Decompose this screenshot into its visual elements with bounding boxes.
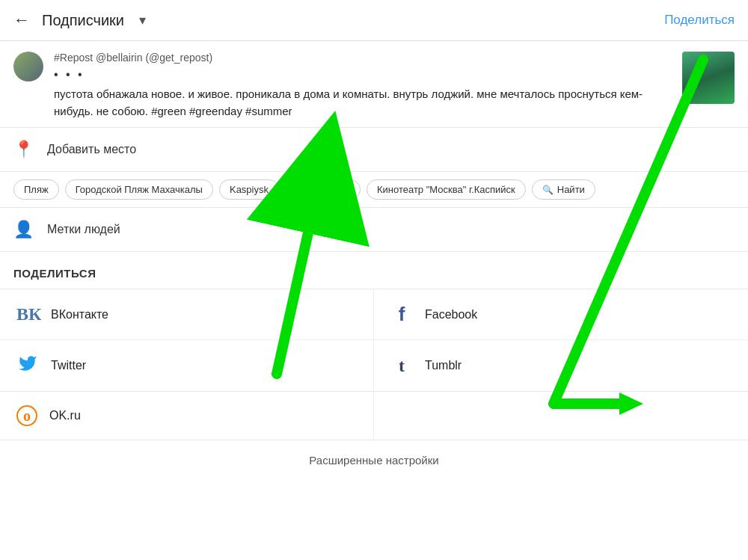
share-heading: ПОДЕЛИТЬСЯ [13,267,735,280]
location-label: Добавить место [47,143,136,156]
search-icon: 🔍 [542,185,554,195]
vk-icon: ВК [16,304,39,324]
vk-share-button[interactable]: ВК ВКонтакте [0,289,374,340]
okru-icon: о [16,405,37,426]
facebook-label: Facebook [425,308,477,321]
post-dots: • • • [54,68,672,81]
location-icon: 📍 [13,140,34,159]
people-label: Метки людей [47,223,120,236]
location-search-chip[interactable]: 🔍 Найти [532,179,595,200]
post-thumbnail [682,52,735,104]
avatar [13,52,43,81]
search-label: Найти [557,184,585,195]
page-title: Подписчики [42,12,124,29]
okru-row: о OK.ru [0,392,748,440]
advanced-settings-button[interactable]: Расширенные настройки [0,440,748,480]
social-grid: ВК ВКонтакте f Facebook Twitter t Tumblr [0,289,748,392]
header: ← Подписчики ▾ Поделиться [0,0,748,41]
thumbnail-image [682,52,735,104]
share-heading-section: ПОДЕЛИТЬСЯ [0,252,748,289]
vk-label: ВКонтакте [51,308,108,321]
avatar-image [13,52,43,81]
facebook-icon: f [390,303,413,326]
okru-empty [374,392,748,440]
tumblr-label: Tumblr [425,359,462,372]
location-tag-4[interactable]: Кинотеатр "Москва" г.Каспийск [367,179,526,200]
twitter-icon [16,354,39,378]
facebook-share-button[interactable]: f Facebook [374,289,748,340]
tumblr-share-button[interactable]: t Tumblr [374,340,748,391]
people-section[interactable]: 👤 Метки людей [0,208,748,252]
location-tag-2[interactable]: Kaspiysk [219,179,279,200]
location-section[interactable]: 📍 Добавить место [0,128,748,172]
header-left: ← Подписчики ▾ [13,10,146,30]
twitter-share-button[interactable]: Twitter [0,340,374,391]
repost-tag: #Repost @bellairin (@get_repost) [54,52,672,64]
location-tag-3[interactable]: Чемпи...Бар [285,179,361,200]
post-caption: пустота обнажала новое. и живое. проника… [54,86,672,120]
twitter-label: Twitter [51,359,86,372]
people-icon: 👤 [13,220,34,239]
location-tag-1[interactable]: Городской Пляж Махачкалы [65,179,213,200]
post-text-area: #Repost @bellairin (@get_repost) • • • п… [54,52,672,120]
back-button[interactable]: ← [13,10,30,30]
okru-label: OK.ru [49,409,81,422]
tumblr-icon: t [390,356,413,376]
post-section: #Repost @bellairin (@get_repost) • • • п… [0,41,748,128]
share-header-button[interactable]: Поделиться [664,13,735,28]
location-tags: Пляж Городской Пляж Махачкалы Kaspiysk Ч… [0,172,748,208]
dropdown-icon[interactable]: ▾ [139,12,146,28]
location-tag-0[interactable]: Пляж [13,179,59,200]
okru-share-button[interactable]: о OK.ru [0,392,374,440]
